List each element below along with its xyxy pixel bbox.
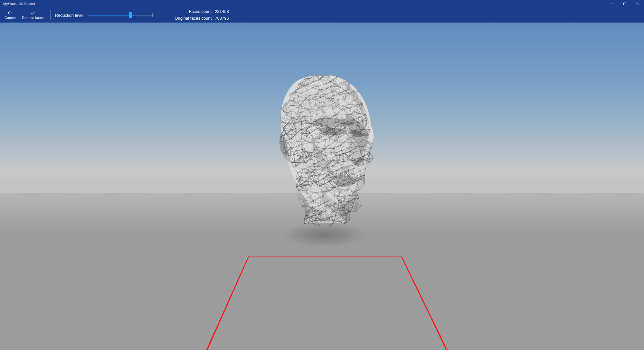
toolbar-divider	[50, 10, 51, 20]
back-arrow-icon	[7, 11, 13, 15]
reduce-faces-label: Reduce faces	[22, 16, 43, 20]
face-stats: Faces count 231458 Original faces count …	[175, 8, 229, 22]
svg-rect-1	[624, 3, 626, 5]
slider-thumb[interactable]	[129, 12, 132, 18]
original-faces-value: 768796	[215, 15, 229, 22]
cancel-button[interactable]: Cancel	[3, 10, 17, 20]
maximize-button[interactable]	[618, 0, 631, 8]
cancel-label: Cancel	[5, 16, 15, 20]
faces-count-value: 231458	[215, 8, 229, 15]
reduction-level-slider[interactable]	[88, 15, 152, 15]
titlebar: MySkull - 3D Builder	[0, 0, 644, 8]
window-title: MySkull - 3D Builder	[3, 2, 605, 6]
checkmark-icon	[30, 11, 36, 15]
viewport-3d[interactable]	[0, 23, 644, 350]
reduction-level-label: Reduction level	[55, 13, 84, 18]
toolbar-divider	[157, 10, 157, 20]
minimize-button[interactable]	[605, 0, 618, 8]
window-controls	[605, 0, 644, 8]
close-button[interactable]	[631, 0, 644, 8]
model-mesh[interactable]	[265, 68, 384, 226]
faces-count-label: Faces count	[189, 8, 212, 15]
reduce-faces-button[interactable]: Reduce faces	[20, 10, 45, 20]
toolbar: Cancel Reduce faces Reduction level Face…	[0, 8, 644, 23]
original-faces-label: Original faces count	[175, 15, 212, 22]
